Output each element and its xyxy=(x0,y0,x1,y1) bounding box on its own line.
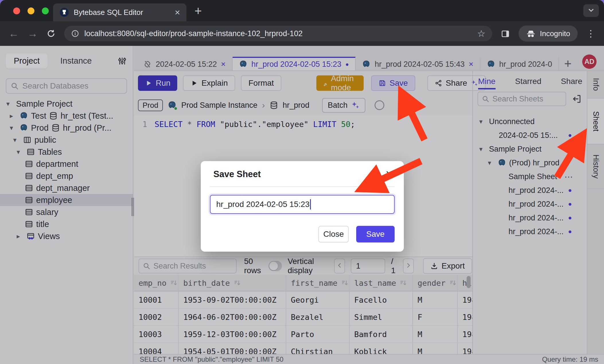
browser-menu-icon[interactable]: ⋮ xyxy=(586,28,595,39)
back-button[interactable]: ← xyxy=(9,28,19,39)
browser-tab[interactable]: Bytebase SQL Editor × xyxy=(53,3,186,21)
incognito-label: Incognito xyxy=(540,29,570,38)
zoom-window-button[interactable] xyxy=(42,7,49,14)
close-tab-icon[interactable]: × xyxy=(175,8,180,17)
window-controls xyxy=(13,7,49,14)
address-bar[interactable]: localhost:8080/sql-editor/prod-sample-in… xyxy=(64,26,492,41)
incognito-icon xyxy=(526,29,536,38)
browser-window: Bytebase SQL Editor × + ← → localhost:80… xyxy=(0,0,604,364)
bookmark-star-icon[interactable]: ☆ xyxy=(477,28,486,39)
new-tab-button[interactable]: + xyxy=(194,5,202,17)
sheet-name-input[interactable]: hr_prod 2024-02-05 15:23 xyxy=(210,195,395,214)
tab-search-button[interactable] xyxy=(583,4,599,17)
dialog-title: Save Sheet xyxy=(213,169,261,179)
reload-button[interactable] xyxy=(46,29,56,38)
incognito-badge: Incognito xyxy=(519,26,578,42)
dialog-close-button[interactable]: Close xyxy=(318,226,349,242)
site-info-icon[interactable] xyxy=(71,30,79,38)
text-caret xyxy=(310,199,311,210)
bytebase-favicon xyxy=(59,7,69,17)
browser-toolbar: ← → localhost:8080/sql-editor/prod-sampl… xyxy=(0,21,604,46)
dialog-divider xyxy=(210,186,395,187)
chevron-down-icon xyxy=(587,6,595,15)
bytebase-app: Project Instance ▾Sample Project▸Testhr_… xyxy=(0,46,604,364)
close-window-button[interactable] xyxy=(13,7,20,14)
dialog-save-button[interactable]: Save xyxy=(356,226,395,242)
side-panel-icon[interactable] xyxy=(501,29,510,38)
forward-button[interactable]: → xyxy=(28,28,38,39)
minimize-window-button[interactable] xyxy=(28,7,34,14)
dialog-close-icon[interactable]: × xyxy=(386,168,392,179)
save-sheet-dialog: Save Sheet × hr_prod 2024-02-05 15:23 Cl… xyxy=(201,161,404,252)
browser-tabstrip: Bytebase SQL Editor × + xyxy=(0,0,604,21)
url-text[interactable]: localhost:8080/sql-editor/prod-sample-in… xyxy=(84,29,472,38)
browser-tab-title: Bytebase SQL Editor xyxy=(74,8,170,17)
